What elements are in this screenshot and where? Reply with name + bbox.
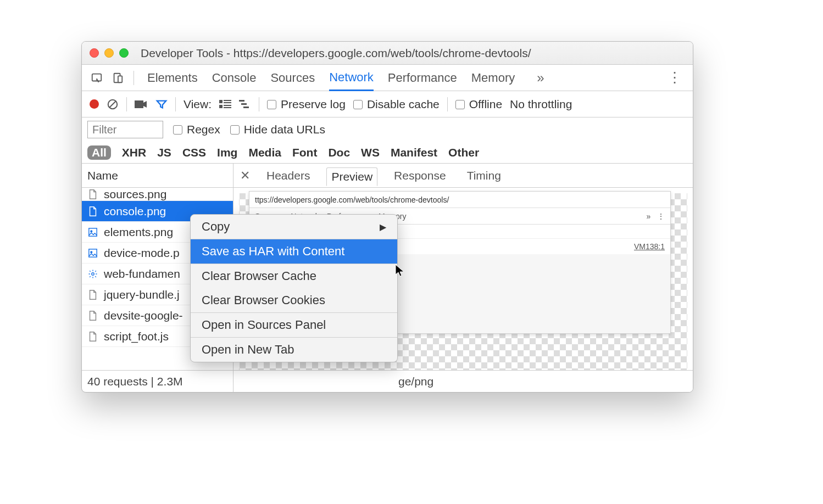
request-name: console.png bbox=[104, 205, 166, 218]
type-xhr[interactable]: XHR bbox=[122, 146, 146, 159]
svg-rect-6 bbox=[224, 100, 231, 101]
menu-item-label: Open in Sources Panel bbox=[202, 318, 326, 332]
cursor-icon bbox=[394, 264, 405, 278]
type-css[interactable]: CSS bbox=[182, 146, 206, 159]
type-doc[interactable]: Doc bbox=[328, 146, 350, 159]
request-name: devsite-google- bbox=[104, 309, 183, 322]
tab-console[interactable]: Console bbox=[212, 65, 257, 91]
svg-rect-14 bbox=[89, 228, 97, 236]
request-name: jquery-bundle.j bbox=[104, 288, 180, 301]
tab-sources[interactable]: Sources bbox=[270, 65, 315, 91]
close-detail-icon[interactable]: ✕ bbox=[240, 169, 250, 183]
tab-performance[interactable]: Performance bbox=[388, 65, 457, 91]
tab-elements[interactable]: Elements bbox=[147, 65, 198, 91]
main-tabbar: Elements Console Sources Network Perform… bbox=[82, 65, 693, 91]
svg-rect-13 bbox=[243, 107, 249, 108]
svg-rect-10 bbox=[224, 107, 231, 108]
inspect-icon[interactable] bbox=[87, 69, 106, 87]
minimize-window-button[interactable] bbox=[104, 48, 114, 58]
gear-icon bbox=[87, 268, 98, 279]
type-manifest[interactable]: Manifest bbox=[391, 146, 437, 159]
menu-item-label: Clear Browser Cookies bbox=[202, 293, 325, 307]
camera-icon[interactable] bbox=[135, 99, 148, 109]
hide-data-urls-checkbox[interactable]: Hide data URLs bbox=[230, 123, 325, 136]
menu-item-label: Save as HAR with Content bbox=[202, 244, 344, 259]
dtab-timing[interactable]: Timing bbox=[463, 167, 505, 184]
divider bbox=[175, 97, 176, 111]
menu-item-label: Copy bbox=[202, 220, 230, 234]
type-img[interactable]: Img bbox=[217, 146, 237, 159]
menu-item[interactable]: Save as HAR with Content bbox=[191, 239, 397, 264]
divider bbox=[134, 71, 134, 85]
offline-checkbox[interactable]: Offline bbox=[455, 98, 502, 111]
kebab-menu-icon[interactable]: ⋮ bbox=[668, 69, 687, 86]
request-name: elements.png bbox=[104, 226, 173, 239]
filter-icon[interactable] bbox=[155, 98, 168, 110]
disable-cache-label: Disable cache bbox=[367, 98, 440, 110]
mime-truncated: ge/png bbox=[233, 370, 693, 392]
menu-item[interactable]: Open in New Tab bbox=[191, 338, 397, 362]
tab-network[interactable]: Network bbox=[329, 65, 374, 91]
menu-item[interactable]: Copy▶ bbox=[191, 215, 397, 239]
waterfall-icon[interactable] bbox=[239, 99, 251, 109]
request-row[interactable]: sources.png bbox=[82, 188, 233, 201]
svg-rect-5 bbox=[219, 100, 223, 103]
menu-item-label: Open in New Tab bbox=[202, 343, 294, 357]
device-toggle-icon[interactable] bbox=[108, 69, 127, 87]
svg-rect-16 bbox=[89, 249, 97, 256]
clear-icon[interactable] bbox=[107, 98, 119, 110]
filter-row: Filter Regex Hide data URLs bbox=[82, 117, 693, 142]
divider bbox=[259, 97, 259, 111]
type-all[interactable]: All bbox=[87, 145, 111, 160]
menu-item[interactable]: Clear Browser Cookies bbox=[191, 288, 397, 312]
request-name: script_foot.js bbox=[104, 330, 169, 343]
regex-checkbox[interactable]: Regex bbox=[173, 123, 220, 136]
request-name: sources.png bbox=[104, 188, 166, 201]
disable-cache-checkbox[interactable]: Disable cache bbox=[353, 98, 440, 111]
img-icon bbox=[87, 227, 98, 238]
name-column-header[interactable]: Name bbox=[82, 164, 233, 188]
record-button[interactable] bbox=[90, 99, 99, 109]
dtab-headers[interactable]: Headers bbox=[262, 167, 314, 184]
window-title: Developer Tools - https://developers.goo… bbox=[141, 47, 531, 60]
tabs-overflow-icon[interactable]: » bbox=[537, 70, 544, 86]
type-js[interactable]: JS bbox=[157, 146, 171, 159]
file-icon bbox=[87, 289, 98, 300]
detail-tabs: ✕ Headers Preview Response Timing bbox=[233, 164, 693, 188]
type-other[interactable]: Other bbox=[448, 146, 479, 159]
window-controls bbox=[90, 48, 129, 58]
file-icon bbox=[87, 206, 98, 217]
type-media[interactable]: Media bbox=[248, 146, 281, 159]
svg-rect-2 bbox=[118, 76, 122, 82]
large-rows-icon[interactable] bbox=[219, 99, 231, 109]
titlebar: Developer Tools - https://developers.goo… bbox=[82, 42, 693, 65]
network-toolbar: View: Preserve log Disable cache Offline… bbox=[82, 91, 693, 117]
svg-rect-9 bbox=[224, 105, 231, 106]
type-ws[interactable]: WS bbox=[361, 146, 380, 159]
preserve-log-checkbox[interactable]: Preserve log bbox=[267, 98, 346, 111]
maximize-window-button[interactable] bbox=[119, 48, 129, 58]
filter-input[interactable]: Filter bbox=[87, 121, 163, 138]
throttling-select[interactable]: No throttling bbox=[510, 98, 572, 111]
svg-rect-8 bbox=[219, 105, 223, 108]
divider bbox=[126, 97, 127, 111]
dtab-response[interactable]: Response bbox=[390, 167, 451, 184]
close-window-button[interactable] bbox=[90, 48, 99, 58]
svg-point-18 bbox=[92, 272, 94, 275]
panel-tabs: Elements Console Sources Network Perform… bbox=[147, 65, 544, 91]
view-label: View: bbox=[183, 98, 212, 111]
svg-rect-12 bbox=[241, 103, 247, 105]
status-bar: 40 requests | 2.3M bbox=[82, 370, 233, 392]
divider bbox=[447, 97, 448, 111]
svg-point-17 bbox=[91, 251, 92, 253]
type-font[interactable]: Font bbox=[292, 146, 317, 159]
svg-rect-7 bbox=[224, 102, 231, 103]
dtab-preview[interactable]: Preview bbox=[326, 167, 377, 186]
svg-point-15 bbox=[91, 230, 92, 232]
svg-rect-11 bbox=[239, 100, 244, 102]
menu-item[interactable]: Open in Sources Panel bbox=[191, 313, 397, 337]
menu-item[interactable]: Clear Browser Cache bbox=[191, 264, 397, 288]
tab-memory[interactable]: Memory bbox=[471, 65, 515, 91]
thumb-url: ttps://developers.google.com/web/tools/c… bbox=[249, 192, 670, 208]
file-icon bbox=[87, 189, 98, 200]
